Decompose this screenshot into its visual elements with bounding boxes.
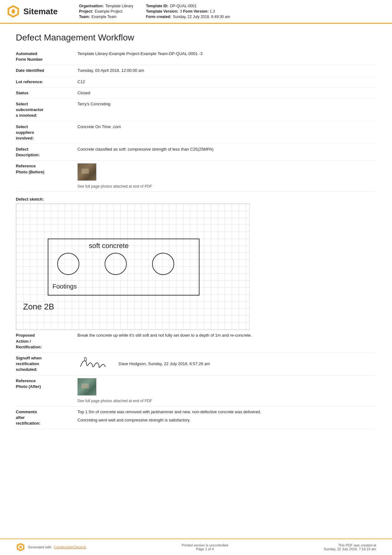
field-comments: Commentsafterrectification: Top 1.5m of … (16, 407, 376, 429)
signature-text: Dave Hodgson, Sunday, 22 July 2018, 6:57… (119, 361, 210, 367)
form-created-value: Sunday, 22 July 2018, 6:49:30 am (173, 15, 230, 19)
page: Sitemate Organisation: Template Library … (0, 0, 392, 555)
logo-text: Sitemate (23, 7, 58, 16)
footer: Generated with ConstructionCloud.io Prin… (0, 539, 392, 555)
field-label-photo-after: ReferencePhoto (After) (16, 378, 77, 390)
field-label-signoff: Signoff whenrectificationscheduled: (16, 355, 77, 373)
sketch-text-zone: Zone 2B (23, 302, 54, 312)
form-created-label: Form created: (146, 15, 171, 19)
field-label-0: AutomatedForm Number (16, 51, 77, 62)
field-value-6: Concrete classified as soft: compressive… (77, 147, 376, 152)
meta-col-left: Organisation: Template Library Project: … (79, 4, 133, 19)
svg-point-4 (19, 546, 22, 548)
field-value-photo-after: See full page photos attached at end of … (77, 378, 376, 404)
template-version-row: Template Version: 3 Form Version: 1.3 (146, 9, 230, 14)
sketch-circle-2 (105, 253, 127, 275)
org-label: Organisation: (79, 4, 104, 8)
team-row: Team: Example Team (79, 15, 133, 19)
photo-thumb-inner-after (78, 378, 96, 395)
field-value-proposed: Break the concrete up while it's still s… (77, 333, 376, 338)
footer-left: Generated with ConstructionCloud.io (16, 542, 86, 552)
sketch-circle-3 (152, 253, 174, 275)
template-id-label: Template ID: (146, 4, 168, 8)
field-label-comments: Commentsafterrectification: (16, 409, 77, 427)
field-automated-form-number: AutomatedForm Number Template Library-Ex… (16, 48, 376, 65)
field-signoff: Signoff whenrectificationscheduled: Dave… (16, 353, 376, 376)
org-value: Template Library (105, 4, 133, 8)
field-label-5: Selectsuppliersinvolved: (16, 124, 77, 141)
content: Defect Management Workflow AutomatedForm… (0, 24, 392, 539)
field-label-7: ReferencePhoto (Before) (16, 163, 77, 175)
photo-note-after: See full page photos attached at end of … (77, 398, 376, 404)
header: Sitemate Organisation: Template Library … (0, 0, 392, 24)
field-value-3: Closed (77, 90, 376, 96)
comments-line-1: Top 1.5m of concrete was removed with ja… (77, 409, 376, 415)
field-value-2: C12 (77, 79, 376, 85)
sketch-container: soft concrete Footings Zone 2B (16, 203, 250, 330)
field-reference-photo-before: ReferencePhoto (Before) See full page ph… (16, 161, 376, 192)
field-defect-description: DefectDescription: Concrete classified a… (16, 144, 376, 161)
comments-line-2: Concreting went well and compressive str… (77, 417, 376, 423)
signature-image (77, 355, 109, 373)
sketch-text-soft: soft concrete (89, 242, 129, 250)
field-value-4: Terry's Concreting (77, 101, 376, 107)
signature-area: Dave Hodgson, Sunday, 22 July 2018, 6:57… (77, 355, 376, 373)
fields-section: AutomatedForm Number Template Library-Ex… (16, 48, 376, 192)
footer-uncontrolled: Printed version is uncontrolled (182, 543, 228, 547)
field-label-proposed: ProposedAction /Rectification: (16, 333, 77, 350)
field-label-2: Lot reference: (16, 79, 77, 85)
sketch-label: Defect sketch: (16, 197, 376, 202)
photo-thumb-inner-before (78, 164, 96, 180)
footer-right: This PDF was created at Sunday, 22 July … (324, 543, 376, 551)
template-version-value: 3 Form Version: 1.3 (180, 9, 215, 14)
org-row: Organisation: Template Library (79, 4, 133, 8)
doc-title: Defect Management Workflow (16, 33, 376, 43)
header-meta: Organisation: Template Library Project: … (70, 4, 383, 19)
field-value-signoff: Dave Hodgson, Sunday, 22 July 2018, 6:57… (77, 355, 376, 373)
field-value-5: Concrete On Time .com (77, 124, 376, 130)
template-id-value: DP-QUAL-0001 (170, 4, 197, 8)
footer-logo-icon (16, 542, 25, 552)
form-created-row: Form created: Sunday, 22 July 2018, 6:49… (146, 15, 230, 19)
footer-page: Page 1 of 4 (182, 547, 228, 551)
photo-thumb-after (77, 378, 96, 396)
team-label: Team: (79, 15, 90, 19)
field-subcontractor: Selectsubcontractors involved: Terry's C… (16, 99, 376, 122)
field-label-4: Selectsubcontractors involved: (16, 101, 77, 119)
field-label-3: Status (16, 90, 77, 96)
footer-link[interactable]: ConstructionCloud.io (54, 545, 86, 549)
project-label: Project: (79, 9, 93, 14)
field-status: Status Closed (16, 88, 376, 99)
photo-note-before: See full page photos attached at end of … (77, 184, 376, 189)
field-value-0: Template Library-Example Project-Example… (77, 51, 376, 57)
footer-generated-text: Generated with (28, 545, 52, 549)
signature-svg (77, 355, 109, 373)
footer-created-value: Sunday, 22 July 2018, 7:16:19 am (324, 547, 376, 551)
template-version-label: Template Version: (146, 9, 178, 14)
team-value: Example Team (91, 15, 116, 19)
field-reference-photo-after: ReferencePhoto (After) See full page pho… (16, 376, 376, 407)
meta-col-right: Template ID: DP-QUAL-0001 Template Versi… (146, 4, 230, 19)
project-value: Example Project (95, 9, 122, 14)
sketch-circle-1 (57, 253, 79, 275)
footer-created-label: This PDF was created at (324, 543, 376, 547)
field-lot-reference: Lot reference: C12 (16, 77, 376, 88)
photo-thumb-before (77, 163, 96, 181)
logo-area: Sitemate (6, 4, 63, 19)
field-value-7: See full page photos attached at end of … (77, 163, 376, 189)
field-value-comments: Top 1.5m of concrete was removed with ja… (77, 409, 376, 423)
field-value-1: Tuesday, 03 April 2018, 12:00:00 am (77, 68, 376, 73)
sketch-text-footings: Footings (52, 283, 77, 290)
sitemate-logo-icon (6, 4, 20, 18)
field-proposed-action: ProposedAction /Rectification: Break the… (16, 330, 376, 353)
field-date-identified: Date identified Tuesday, 03 April 2018, … (16, 65, 376, 76)
field-suppliers: Selectsuppliersinvolved: Concrete On Tim… (16, 122, 376, 144)
field-label-6: DefectDescription: (16, 147, 77, 158)
fields-after-sketch: ProposedAction /Rectification: Break the… (16, 330, 376, 429)
field-label-1: Date identified (16, 68, 77, 73)
project-row: Project: Example Project (79, 9, 133, 14)
footer-center: Printed version is uncontrolled Page 1 o… (182, 543, 228, 551)
template-id-row: Template ID: DP-QUAL-0001 (146, 4, 230, 8)
